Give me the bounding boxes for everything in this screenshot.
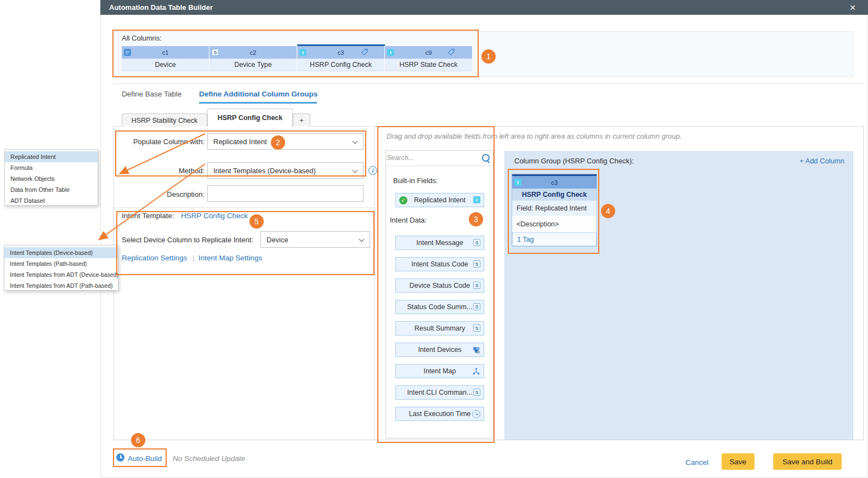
- column-header-c3[interactable]: c3: [297, 46, 385, 59]
- add-column-group-tab[interactable]: +: [293, 113, 310, 127]
- all-columns-label: All Columns:: [122, 34, 162, 42]
- save-and-build-button[interactable]: Save and Build: [773, 453, 842, 470]
- tab-define-base-table[interactable]: Define Base Table: [122, 90, 181, 98]
- add-column-link[interactable]: + Add Column: [773, 157, 844, 165]
- option-replicated-intent[interactable]: Replicated Intent: [5, 151, 98, 162]
- method-dropdown[interactable]: Intent Templates (Device-based): [207, 162, 364, 179]
- search-divider: [385, 166, 493, 166]
- field-last-execution-time[interactable]: Last Execution Time: [395, 407, 484, 421]
- column-cell-device[interactable]: Device: [122, 59, 209, 71]
- method-value: Intent Templates (Device-based): [213, 167, 316, 175]
- populate-column-label: Populate Column with:: [115, 138, 205, 146]
- subtab-hsrp-stability-check[interactable]: HSRP Stability Check: [122, 113, 207, 127]
- option-intent-templates-adt-path-based[interactable]: Intent Templates from ADT (Path-based): [4, 280, 118, 291]
- field-label: Result Summary: [415, 325, 465, 332]
- annotation-badge-5: 5: [249, 214, 264, 229]
- field-intent-cli-commands[interactable]: Intent CLI Comman... S: [395, 385, 484, 400]
- description-input[interactable]: [207, 185, 364, 202]
- field-label: Status Code Summ...: [407, 303, 473, 311]
- dialog-title-bar: Automation Data Table Builder: [100, 0, 868, 15]
- string-type-icon: S: [473, 325, 480, 332]
- string-type-icon: S: [473, 303, 480, 310]
- drag-drop-instruction: Drag and drop available fields from left…: [387, 132, 682, 140]
- field-intent-devices[interactable]: Intent Devices: [395, 343, 484, 357]
- device-column-label: Select Device Column to Replicate Intent…: [122, 236, 253, 244]
- column-cell-device-type[interactable]: Device Type: [209, 59, 297, 71]
- column-header-c2[interactable]: c2: [209, 46, 297, 59]
- info-icon[interactable]: i: [368, 166, 377, 175]
- subtab-label: HSRP Config Check: [218, 114, 283, 122]
- auto-build-clock-icon: [116, 453, 124, 462]
- field-intent-message[interactable]: Intent Message S: [395, 236, 484, 250]
- field-device-status-code[interactable]: Device Status Code S: [395, 278, 484, 293]
- intent-type-icon: I: [514, 179, 521, 186]
- auto-build-link[interactable]: Auto-Build: [128, 454, 162, 463]
- close-icon[interactable]: ✕: [846, 2, 859, 13]
- active-tab-underline: [199, 102, 317, 104]
- field-replicated-intent[interactable]: ✓ Replicated Intent I: [395, 193, 484, 207]
- column-header-c1[interactable]: c1: [122, 46, 209, 59]
- section-divider: [114, 207, 375, 208]
- option-intent-templates-device-based[interactable]: Intent Templates (Device-based): [4, 247, 118, 258]
- field-intent-map[interactable]: Intent Map: [395, 364, 484, 378]
- intent-template-link[interactable]: HSRP Config Check: [181, 212, 248, 220]
- option-intent-templates-adt-device-based[interactable]: Intent Templates from ADT (Device-based): [4, 269, 118, 280]
- card-field-row[interactable]: Field: Replicated Intent: [512, 201, 597, 217]
- search-input[interactable]: [387, 151, 479, 164]
- string-type-icon: S: [473, 260, 480, 268]
- intent-map-settings-link[interactable]: Intent Map Settings: [198, 254, 262, 262]
- screen: Automation Data Table Builder ✕ All Colu…: [0, 0, 868, 478]
- option-formula[interactable]: Formula: [5, 162, 98, 173]
- populate-column-dropdown[interactable]: Replicated Intent: [207, 133, 364, 150]
- column-id: c3: [338, 49, 344, 56]
- option-intent-templates-path-based[interactable]: Intent Templates (Path-based): [4, 258, 118, 269]
- card-column-id: c3: [551, 179, 558, 186]
- intent-template-label: Intent Template:: [122, 212, 174, 220]
- device-column-value: Device: [266, 236, 288, 244]
- plus-icon: +: [299, 117, 303, 124]
- card-header[interactable]: I c3: [512, 176, 597, 189]
- string-type-icon: S: [212, 49, 219, 56]
- tab-section-divider: [112, 83, 864, 84]
- builtin-fields-label: Built-in Fields:: [393, 177, 438, 185]
- field-label: Device Status Code: [410, 282, 470, 289]
- replication-settings-link[interactable]: Replication Settings: [122, 254, 187, 262]
- save-button[interactable]: Save: [722, 453, 754, 470]
- field-result-summary[interactable]: Result Summary S: [395, 321, 484, 335]
- column-name: HSRP Config Check: [310, 61, 372, 69]
- intent-data-label: Intent Data:: [390, 216, 427, 224]
- card-column-name[interactable]: HSRP Config Check: [512, 189, 597, 201]
- field-label: Intent Message: [416, 239, 463, 247]
- option-data-from-other-table[interactable]: Data from Other Table: [5, 184, 98, 195]
- card-description-row[interactable]: <Description>: [512, 217, 597, 232]
- devices-icon: [472, 346, 480, 354]
- field-intent-status-code[interactable]: Intent Status Code S: [395, 257, 484, 271]
- device-type-icon: [124, 49, 131, 56]
- column-cell-hsrp-state-check[interactable]: HSRP State Check: [385, 59, 473, 71]
- column-cell-hsrp-config-check[interactable]: HSRP Config Check: [297, 59, 385, 71]
- chevron-down-icon: [353, 168, 358, 173]
- search-icon[interactable]: [481, 153, 490, 162]
- tag-icon[interactable]: [361, 48, 368, 56]
- string-type-icon: S: [473, 239, 480, 246]
- column-card-c3[interactable]: I c3 HSRP Config Check Field: Replicated…: [512, 174, 597, 247]
- device-column-dropdown[interactable]: Device: [260, 231, 370, 248]
- tab-define-additional-column-groups[interactable]: Define Additional Column Groups: [199, 90, 317, 98]
- option-adt-dataset[interactable]: ADT Dataset: [5, 195, 98, 206]
- column-id: c2: [250, 49, 257, 56]
- intent-type-icon: I: [299, 49, 307, 56]
- tag-icon[interactable]: [447, 48, 455, 56]
- chevron-down-icon: [353, 139, 358, 144]
- field-label: Last Execution Time: [409, 410, 471, 418]
- card-tag-row[interactable]: 1 Tag: [512, 232, 597, 246]
- column-header-c9[interactable]: c9: [385, 46, 473, 59]
- annotation-badge-6: 6: [131, 433, 145, 447]
- column-id: c1: [162, 49, 169, 56]
- cancel-button[interactable]: Cancel: [685, 458, 708, 466]
- option-network-objects[interactable]: Network Objects: [5, 173, 98, 184]
- subtab-hsrp-config-check[interactable]: HSRP Config Check: [207, 109, 293, 127]
- field-label: Intent Devices: [418, 346, 461, 354]
- method-label: Method:: [115, 167, 205, 175]
- column-name: Device Type: [234, 61, 272, 69]
- field-status-code-summary[interactable]: Status Code Summ... S: [395, 300, 484, 314]
